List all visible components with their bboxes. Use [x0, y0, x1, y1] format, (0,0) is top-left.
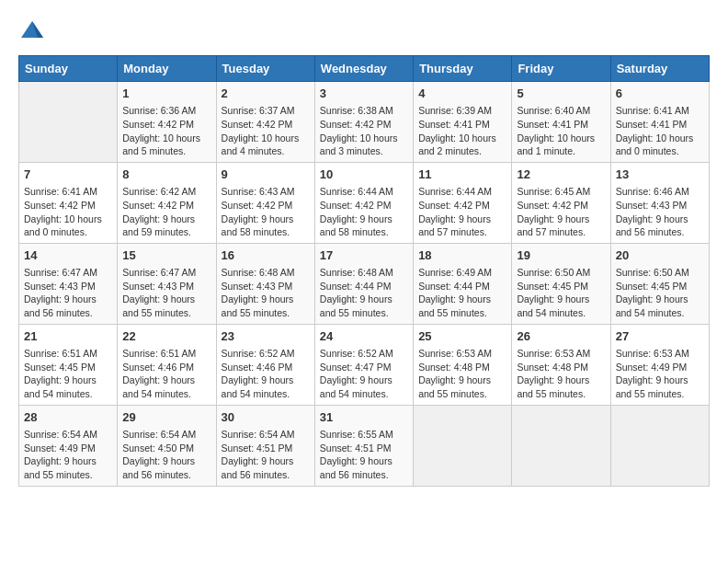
calendar-cell: 15Sunrise: 6:47 AMSunset: 4:43 PMDayligh… [118, 243, 216, 324]
day-number: 29 [122, 409, 210, 426]
cell-content: Daylight: 9 hours [320, 213, 408, 226]
cell-content: Daylight: 9 hours [122, 454, 210, 468]
cell-content: and 56 minutes. [320, 468, 408, 482]
cell-content: Sunset: 4:48 PM [418, 361, 506, 374]
day-number: 3 [320, 86, 408, 102]
cell-content: Daylight: 9 hours [418, 293, 506, 306]
calendar-header-sunday: Sunday [19, 56, 118, 82]
calendar-header-friday: Friday [512, 56, 610, 82]
cell-content: Sunrise: 6:49 AM [418, 266, 506, 280]
cell-content: Sunrise: 6:54 AM [122, 428, 210, 442]
cell-content: Daylight: 9 hours [517, 293, 605, 306]
day-number: 18 [418, 247, 506, 264]
calendar-cell: 4Sunrise: 6:39 AMSunset: 4:41 PMDaylight… [414, 82, 512, 163]
day-number: 8 [122, 167, 210, 183]
calendar-cell: 25Sunrise: 6:53 AMSunset: 4:48 PMDayligh… [414, 324, 512, 405]
cell-content: Sunrise: 6:54 AM [222, 428, 310, 442]
cell-content: Sunrise: 6:53 AM [517, 347, 605, 361]
calendar-cell: 17Sunrise: 6:48 AMSunset: 4:44 PMDayligh… [314, 243, 413, 324]
calendar-cell: 14Sunrise: 6:47 AMSunset: 4:43 PMDayligh… [19, 243, 118, 324]
day-number: 10 [320, 167, 408, 183]
cell-content: Daylight: 9 hours [122, 213, 210, 226]
cell-content: Sunrise: 6:42 AM [122, 185, 210, 199]
calendar-cell: 3Sunrise: 6:38 AMSunset: 4:42 PMDaylight… [314, 82, 413, 163]
cell-content: Sunset: 4:46 PM [122, 361, 210, 374]
day-number: 30 [222, 409, 310, 426]
calendar-week-4: 21Sunrise: 6:51 AMSunset: 4:45 PMDayligh… [19, 324, 710, 405]
cell-content: Sunset: 4:51 PM [320, 442, 408, 455]
cell-content: Daylight: 10 hours [320, 132, 408, 145]
day-number: 26 [517, 328, 605, 345]
cell-content: Daylight: 10 hours [122, 132, 210, 145]
calendar-cell: 13Sunrise: 6:46 AMSunset: 4:43 PMDayligh… [610, 162, 709, 243]
day-number: 5 [517, 86, 605, 102]
logo [18, 18, 50, 46]
day-number: 6 [616, 86, 704, 102]
cell-content: and 55 minutes. [122, 306, 210, 320]
cell-content: Daylight: 9 hours [320, 454, 408, 468]
cell-content: Daylight: 9 hours [320, 373, 408, 387]
calendar-cell: 10Sunrise: 6:44 AMSunset: 4:42 PMDayligh… [314, 162, 413, 243]
calendar-cell: 11Sunrise: 6:44 AMSunset: 4:42 PMDayligh… [414, 162, 512, 243]
cell-content: and 58 minutes. [320, 225, 408, 239]
cell-content: Daylight: 9 hours [517, 213, 605, 226]
cell-content: Daylight: 9 hours [24, 293, 112, 306]
cell-content: and 54 minutes. [616, 306, 704, 320]
day-number: 1 [122, 86, 210, 102]
cell-content: and 0 minutes. [24, 225, 112, 239]
cell-content: Sunset: 4:42 PM [24, 199, 112, 213]
cell-content: Daylight: 9 hours [616, 213, 704, 226]
calendar-cell: 2Sunrise: 6:37 AMSunset: 4:42 PMDaylight… [216, 82, 314, 163]
cell-content: Sunset: 4:41 PM [517, 118, 605, 132]
calendar-week-5: 28Sunrise: 6:54 AMSunset: 4:49 PMDayligh… [19, 405, 710, 486]
cell-content: Sunrise: 6:41 AM [24, 185, 112, 199]
cell-content: and 54 minutes. [122, 387, 210, 401]
cell-content: and 2 minutes. [418, 144, 506, 158]
cell-content: and 4 minutes. [222, 144, 310, 158]
cell-content: and 5 minutes. [122, 144, 210, 158]
cell-content: and 54 minutes. [320, 387, 408, 401]
calendar-table: SundayMondayTuesdayWednesdayThursdayFrid… [18, 55, 710, 487]
cell-content: Daylight: 9 hours [222, 454, 310, 468]
calendar-week-3: 14Sunrise: 6:47 AMSunset: 4:43 PMDayligh… [19, 243, 710, 324]
cell-content: Sunset: 4:43 PM [122, 280, 210, 293]
calendar-cell: 5Sunrise: 6:40 AMSunset: 4:41 PMDaylight… [512, 82, 610, 163]
cell-content: and 55 minutes. [517, 387, 605, 401]
cell-content: and 55 minutes. [222, 306, 310, 320]
day-number: 13 [616, 167, 704, 183]
cell-content: Sunrise: 6:37 AM [222, 104, 310, 118]
cell-content: Sunset: 4:45 PM [517, 280, 605, 293]
cell-content: Sunset: 4:42 PM [418, 199, 506, 213]
logo-icon [18, 18, 46, 46]
cell-content: Daylight: 9 hours [320, 293, 408, 306]
calendar-cell: 8Sunrise: 6:42 AMSunset: 4:42 PMDaylight… [118, 162, 216, 243]
cell-content: Sunset: 4:42 PM [320, 118, 408, 132]
cell-content: and 3 minutes. [320, 144, 408, 158]
cell-content: and 55 minutes. [320, 306, 408, 320]
cell-content: Daylight: 9 hours [222, 293, 310, 306]
calendar-cell: 20Sunrise: 6:50 AMSunset: 4:45 PMDayligh… [610, 243, 709, 324]
day-number: 20 [616, 247, 704, 264]
cell-content: Sunset: 4:43 PM [222, 280, 310, 293]
cell-content: Sunset: 4:42 PM [222, 199, 310, 213]
calendar-cell [414, 405, 512, 486]
cell-content: Sunset: 4:42 PM [517, 199, 605, 213]
calendar-header-tuesday: Tuesday [216, 56, 314, 82]
cell-content: Daylight: 10 hours [418, 132, 506, 145]
cell-content: Sunrise: 6:54 AM [24, 428, 112, 442]
cell-content: Sunset: 4:42 PM [320, 199, 408, 213]
cell-content: Daylight: 10 hours [24, 213, 112, 226]
calendar-cell: 31Sunrise: 6:55 AMSunset: 4:51 PMDayligh… [314, 405, 413, 486]
calendar-cell: 7Sunrise: 6:41 AMSunset: 4:42 PMDaylight… [19, 162, 118, 243]
calendar-cell: 24Sunrise: 6:52 AMSunset: 4:47 PMDayligh… [314, 324, 413, 405]
cell-content: Sunset: 4:42 PM [122, 118, 210, 132]
cell-content: Daylight: 9 hours [222, 373, 310, 387]
calendar-cell: 6Sunrise: 6:41 AMSunset: 4:41 PMDaylight… [610, 82, 709, 163]
day-number: 16 [222, 247, 310, 264]
day-number: 7 [24, 167, 112, 183]
cell-content: Sunset: 4:41 PM [616, 118, 704, 132]
cell-content: Sunset: 4:50 PM [122, 442, 210, 455]
cell-content: Sunrise: 6:46 AM [616, 185, 704, 199]
day-number: 14 [24, 247, 112, 264]
cell-content: Daylight: 9 hours [122, 373, 210, 387]
